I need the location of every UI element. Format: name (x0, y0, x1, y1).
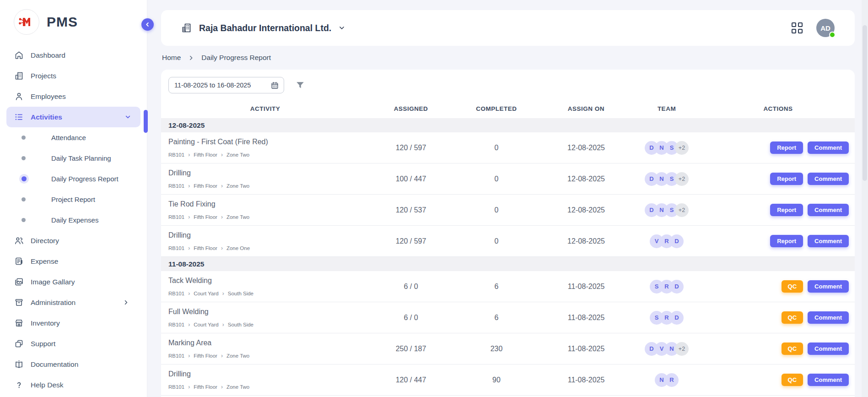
activity-title: Marking Area (168, 339, 369, 347)
bullet-icon (22, 197, 26, 201)
assigned-value: 6 / 0 (369, 283, 453, 291)
comment-button[interactable]: Comment (808, 280, 849, 293)
report-button[interactable]: Report (770, 141, 803, 154)
report-button[interactable]: Report (770, 173, 803, 185)
report-button[interactable]: Report (770, 235, 803, 247)
path-segment: Fifth Floor (194, 353, 217, 359)
chevron-right-icon: › (188, 322, 190, 327)
assign-on-value: 11-08-2025 (540, 345, 632, 353)
date-range-field (168, 77, 284, 93)
sidebar-item-image-gallary[interactable]: Image Gallary (0, 272, 147, 292)
company-selector[interactable]: Raja Bahadur International Ltd. (181, 22, 345, 33)
path-segment: RB101 (168, 322, 184, 327)
sidebar-item-administration[interactable]: Administration (0, 292, 147, 313)
qc-button[interactable]: QC (782, 280, 803, 293)
comment-button[interactable]: Comment (808, 173, 849, 185)
row-actions: QCComment (701, 311, 855, 324)
team-avatars: DNS+2 (632, 141, 701, 155)
comment-button[interactable]: Comment (808, 374, 849, 386)
table-header: ACTIVITYASSIGNEDCOMPLETEDASSIGN ONTEAMAC… (161, 99, 855, 118)
assign-on-value: 11-08-2025 (540, 376, 632, 384)
activity-path: RB101›Fifth Floor›Zone Two (168, 384, 369, 390)
qc-button[interactable]: QC (782, 343, 803, 355)
table-row: Tack WeldingRB101›Court Yard›South Side6… (161, 271, 855, 302)
gallery-icon (14, 277, 24, 287)
chevron-right-icon: › (222, 291, 224, 296)
sidebar-item-support[interactable]: Support (0, 333, 147, 354)
team-member-avatar: D (670, 311, 684, 325)
filter-button[interactable] (295, 80, 305, 90)
team-extra-count[interactable]: +2 (675, 141, 689, 155)
team-avatars: DNS+2 (632, 172, 701, 186)
comment-button[interactable]: Comment (808, 141, 849, 154)
active-section-accent-bar (144, 110, 148, 133)
chevron-right-icon: › (221, 214, 223, 220)
calendar-icon[interactable] (270, 81, 279, 90)
sidebar-item-label: Administration (31, 299, 75, 307)
bullet-icon (22, 176, 27, 181)
report-button[interactable]: Report (770, 204, 803, 216)
completed-value: 6 (453, 314, 540, 322)
path-segment: RB101 (168, 214, 184, 220)
row-actions: ReportComment (701, 204, 855, 216)
assigned-value: 120 / 597 (369, 237, 453, 245)
team-avatars: SRD (632, 311, 701, 325)
sidebar-item-activities[interactable]: Activities (6, 107, 140, 127)
table-row: DrillingRB101›Fifth Floor›Zone One120 / … (161, 226, 855, 257)
path-segment: RB101 (168, 245, 184, 251)
assign-on-value: 11-08-2025 (540, 283, 632, 291)
qc-button[interactable]: QC (782, 311, 803, 324)
sidebar-subitem-project-report[interactable]: Project Report (0, 189, 147, 210)
chevron-right-icon: › (222, 322, 224, 327)
sidebar-item-employees[interactable]: Employees (0, 86, 147, 107)
sidebar-item-inventory[interactable]: Inventory (0, 313, 147, 333)
activity-path: RB101›Fifth Floor›Zone Two (168, 183, 369, 189)
path-segment: RB101 (168, 183, 184, 189)
team-extra-count[interactable]: +2 (675, 203, 689, 217)
team-extra-count[interactable]: +2 (675, 342, 689, 356)
qc-button[interactable]: QC (782, 374, 803, 386)
row-actions: QCComment (701, 374, 855, 386)
apps-grid-button[interactable] (792, 22, 803, 33)
path-segment: RB101 (168, 152, 184, 158)
path-segment: Zone Two (226, 214, 249, 220)
sidebar-item-projects[interactable]: Projects (0, 65, 147, 86)
app-logo[interactable]: PMS (0, 0, 147, 35)
team-extra-count[interactable]: +2 (675, 172, 689, 186)
employees-icon (14, 92, 24, 101)
chevron-right-icon: › (188, 245, 190, 251)
column-header-assign-on: ASSIGN ON (540, 105, 632, 112)
sidebar-subitem-label: Daily Progress Report (51, 175, 119, 183)
sidebar-item-dashboard[interactable]: Dashboard (0, 45, 147, 65)
assigned-value: 250 / 187 (369, 345, 453, 353)
sidebar-subitem-daily-expenses[interactable]: Daily Expenses (0, 210, 147, 230)
sidebar-item-documentation[interactable]: Documentation (0, 354, 147, 375)
app-title: PMS (47, 14, 78, 30)
row-actions: QCComment (701, 343, 855, 355)
comment-button[interactable]: Comment (808, 343, 849, 355)
sidebar-item-help-desk[interactable]: Help Desk (0, 375, 147, 395)
breadcrumb-home-link[interactable]: Home (162, 54, 181, 62)
comment-button[interactable]: Comment (808, 311, 849, 324)
table-row: DrillingRB101›Fifth Floor›Zone Two100 / … (161, 163, 855, 195)
scrollbar[interactable] (862, 0, 868, 397)
user-avatar[interactable]: AD (816, 19, 835, 37)
sidebar-subitem-daily-progress-report[interactable]: Daily Progress Report (0, 169, 147, 189)
comment-button[interactable]: Comment (808, 235, 849, 247)
path-segment: Zone Two (226, 183, 249, 189)
scrollbar-thumb[interactable] (863, 25, 867, 181)
comment-button[interactable]: Comment (808, 204, 849, 216)
sidebar-item-label: Image Gallary (31, 278, 75, 286)
sidebar-subitem-daily-task-planning[interactable]: Daily Task Planning (0, 148, 147, 169)
chevron-right-icon: › (188, 384, 190, 390)
path-segment: Fifth Floor (194, 183, 217, 189)
sidebar-subitem-label: Daily Expenses (51, 216, 98, 224)
sidebar-subitem-attendance[interactable]: Attendance (0, 127, 147, 148)
sidebar-collapse-button[interactable] (141, 18, 154, 31)
directory-icon (14, 236, 24, 245)
sidebar-item-directory[interactable]: Directory (0, 230, 147, 251)
home-icon (14, 50, 24, 60)
date-range-input[interactable] (174, 82, 268, 89)
sidebar-item-expense[interactable]: Expense (0, 251, 147, 272)
column-header-actions: ACTIONS (701, 105, 855, 112)
